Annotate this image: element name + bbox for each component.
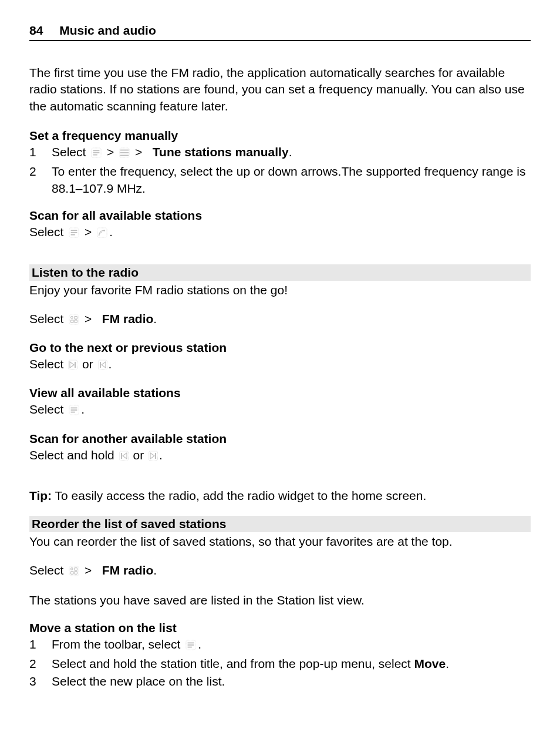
- step-number: 3: [29, 673, 52, 690]
- radio-list-icon: [185, 638, 197, 654]
- svg-rect-41: [188, 642, 194, 643]
- prev-station-icon: [119, 449, 129, 465]
- text: .: [109, 357, 112, 371]
- svg-point-36: [71, 567, 73, 570]
- svg-rect-2: [93, 152, 100, 153]
- svg-rect-18: [75, 320, 77, 323]
- text: Select: [29, 563, 63, 577]
- svg-rect-16: [75, 316, 77, 319]
- list-item: 3 Select the new place on the list.: [29, 673, 531, 690]
- reorder-select: Select > FM radio.: [29, 562, 531, 580]
- text: or: [133, 448, 144, 462]
- svg-marker-33: [150, 453, 154, 459]
- step-content: Select and hold the station title, and f…: [52, 656, 531, 672]
- svg-rect-39: [75, 572, 77, 575]
- text: >: [107, 145, 114, 159]
- svg-rect-30: [121, 453, 122, 459]
- radio-scan-icon: [96, 226, 108, 242]
- text: Select: [29, 225, 63, 239]
- page: 84 Music and audio The first time you us…: [0, 0, 560, 739]
- svg-rect-6: [120, 152, 129, 153]
- step-number: 2: [29, 656, 52, 672]
- svg-rect-21: [75, 362, 76, 368]
- svg-marker-31: [123, 453, 127, 459]
- text: Select: [29, 357, 63, 371]
- svg-rect-3: [93, 154, 97, 156]
- next-prev-instruction: Select or .: [29, 356, 531, 374]
- view-all-heading: View all available stations: [29, 386, 531, 400]
- radio-list-icon: [68, 403, 80, 419]
- svg-rect-17: [71, 320, 74, 323]
- svg-point-13: [103, 230, 105, 231]
- set-frequency-heading: Set a frequency manually: [29, 129, 531, 143]
- listen-body: Enjoy your favorite FM radio stations on…: [29, 282, 531, 298]
- options-menu-icon: [119, 146, 130, 162]
- list-item: 2 Select and hold the station title, and…: [29, 656, 531, 672]
- apps-menu-icon: [68, 313, 80, 329]
- svg-rect-37: [75, 567, 77, 570]
- svg-rect-1: [93, 150, 100, 152]
- svg-point-15: [71, 316, 73, 318]
- prev-station-icon: [98, 358, 107, 374]
- text: Select: [52, 145, 86, 159]
- text: Select and hold the station title, and f…: [52, 657, 414, 670]
- next-station-icon: [68, 358, 77, 374]
- svg-rect-9: [71, 230, 77, 231]
- radio-list-icon: [68, 226, 80, 242]
- text: Select: [29, 312, 63, 325]
- apps-menu-icon: [68, 564, 80, 580]
- svg-rect-14: [69, 315, 79, 324]
- svg-rect-23: [100, 362, 101, 368]
- step-number: 2: [29, 163, 52, 180]
- page-header: 84 Music and audio: [29, 23, 531, 41]
- text: .: [81, 402, 85, 416]
- step-number: 1: [29, 636, 52, 653]
- tip-text: To easily access the radio, add the radi…: [52, 489, 426, 502]
- set-frequency-steps: 1 Select > > Tune stations manually. 2 T…: [29, 144, 531, 197]
- scan-all-heading: Scan for all available stations: [29, 209, 531, 223]
- list-item: 2 To enter the frequency, select the up …: [29, 163, 531, 197]
- svg-rect-34: [155, 453, 156, 459]
- text: .: [159, 448, 163, 462]
- text: >: [85, 563, 92, 577]
- move-steps: 1 From the toolbar, select . 2 Select an…: [29, 636, 531, 690]
- svg-rect-35: [69, 566, 79, 576]
- svg-rect-26: [71, 408, 77, 409]
- next-station-icon: [149, 449, 158, 465]
- text: .: [198, 637, 201, 651]
- reorder-body: You can reorder the list of saved statio…: [29, 533, 531, 550]
- reorder-listed: The stations you have saved are listed i…: [29, 592, 531, 609]
- svg-rect-43: [188, 646, 192, 647]
- text: .: [446, 657, 449, 670]
- svg-rect-38: [71, 572, 74, 575]
- list-item: 1 From the toolbar, select .: [29, 636, 531, 654]
- svg-rect-7: [120, 155, 129, 156]
- svg-rect-5: [120, 150, 129, 151]
- text: >: [135, 145, 142, 159]
- svg-rect-10: [71, 232, 77, 233]
- text: Select: [29, 402, 63, 416]
- list-item: 1 Select > > Tune stations manually.: [29, 144, 531, 162]
- svg-marker-24: [102, 362, 106, 368]
- listen-heading: Listen to the radio: [29, 264, 531, 281]
- menu-option-bold: FM radio: [102, 563, 154, 577]
- menu-option-bold: FM radio: [102, 312, 154, 325]
- tip-paragraph: Tip: To easily access the radio, add the…: [29, 488, 531, 504]
- svg-marker-20: [70, 362, 74, 368]
- listen-select: Select > FM radio.: [29, 311, 531, 329]
- text: .: [153, 563, 157, 577]
- page-number: 84: [29, 23, 43, 37]
- text: >: [85, 312, 92, 325]
- text: or: [82, 357, 93, 371]
- next-prev-heading: Go to the next or previous station: [29, 341, 531, 355]
- reorder-heading: Reorder the list of saved stations: [29, 516, 531, 532]
- text: .: [109, 225, 113, 239]
- tip-label: Tip:: [29, 489, 52, 502]
- menu-option-bold: Move: [414, 657, 446, 670]
- text: .: [153, 312, 157, 325]
- move-heading: Move a station on the list: [29, 621, 531, 635]
- scan-another-instruction: Select and hold or .: [29, 447, 531, 465]
- intro-paragraph: The first time you use the FM radio, the…: [29, 65, 531, 115]
- step-content: Select the new place on the list.: [52, 673, 531, 690]
- text: >: [85, 225, 92, 239]
